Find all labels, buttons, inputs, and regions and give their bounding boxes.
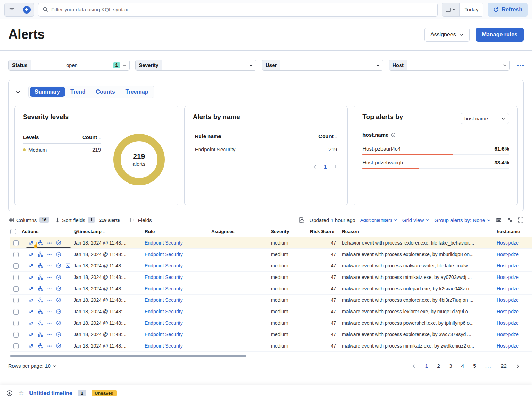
alert-rule-link[interactable]: Endpoint Security: [145, 263, 183, 268]
columns-button[interactable]: Columns 16: [8, 217, 49, 223]
horizontal-scrollbar[interactable]: [10, 355, 246, 357]
more-actions-icon[interactable]: [47, 332, 52, 337]
tab-summary[interactable]: Summary: [30, 87, 65, 97]
more-actions-icon[interactable]: [47, 275, 52, 280]
analyze-event-icon[interactable]: [37, 251, 43, 257]
expand-alert-icon[interactable]: [28, 309, 34, 314]
add-filter-button[interactable]: +: [19, 3, 34, 16]
open-session-view-icon[interactable]: [65, 263, 71, 268]
alert-rule-link[interactable]: Endpoint Security: [145, 240, 183, 246]
endpoint-shield-icon[interactable]: [56, 320, 61, 326]
expand-alert-icon[interactable]: [28, 286, 34, 291]
alert-host-link[interactable]: Host-pdze: [497, 263, 519, 268]
host-filter[interactable]: Host: [389, 60, 510, 71]
expand-alert-icon[interactable]: [28, 275, 34, 280]
filter-menu-button[interactable]: [5, 3, 19, 16]
prev-page-icon[interactable]: [313, 165, 317, 169]
tab-counts[interactable]: Counts: [91, 87, 120, 97]
header-severity[interactable]: Severity: [271, 227, 310, 237]
more-actions-icon[interactable]: [47, 240, 52, 246]
prev-page-icon[interactable]: [412, 364, 416, 368]
expand-alert-icon[interactable]: [28, 332, 34, 337]
row-checkbox[interactable]: [13, 321, 19, 326]
expand-alert-icon[interactable]: [28, 252, 34, 257]
alert-host-link[interactable]: Host-pdze: [497, 297, 519, 303]
alert-host-link[interactable]: Host-pdze: [497, 274, 519, 280]
expand-alert-icon[interactable]: [28, 321, 34, 326]
additional-filters-button[interactable]: Additional filters: [360, 217, 397, 223]
more-actions-icon[interactable]: [47, 263, 52, 268]
alert-rule-link[interactable]: Endpoint Security: [145, 286, 183, 291]
page-1-button[interactable]: 1: [324, 164, 327, 170]
header-timestamp[interactable]: @timestamp ↓: [74, 227, 145, 237]
alert-host-link[interactable]: Host-pdze: [497, 332, 519, 337]
analyze-event-icon[interactable]: [37, 240, 43, 246]
header-rule[interactable]: Rule: [145, 227, 211, 237]
more-filters-button[interactable]: [517, 65, 524, 66]
fields-button[interactable]: Fields: [130, 217, 152, 223]
group-alerts-by-button[interactable]: Group alerts by: None: [434, 217, 491, 223]
page-button[interactable]: 2: [437, 363, 440, 369]
endpoint-shield-icon[interactable]: [56, 332, 61, 337]
next-page-icon[interactable]: [516, 364, 520, 368]
analyze-event-icon[interactable]: [37, 320, 43, 326]
manage-rules-button[interactable]: Manage rules: [476, 28, 524, 42]
display-options-icon[interactable]: [507, 217, 513, 223]
analyze-event-icon[interactable]: [37, 297, 43, 303]
add-timeline-icon[interactable]: [6, 390, 13, 396]
top-alerts-field-select[interactable]: host.name: [461, 113, 509, 124]
expand-alert-icon[interactable]: [28, 298, 34, 303]
row-checkbox[interactable]: [13, 240, 19, 246]
endpoint-shield-icon[interactable]: [56, 343, 61, 349]
assignees-button[interactable]: Assignees: [424, 28, 470, 42]
header-risk-score[interactable]: Risk Score: [310, 227, 342, 237]
endpoint-shield-icon[interactable]: [56, 274, 61, 280]
endpoint-shield-icon[interactable]: [56, 263, 61, 268]
user-filter[interactable]: User: [262, 60, 383, 71]
analyze-event-icon[interactable]: [37, 263, 43, 268]
expand-alert-icon[interactable]: [28, 263, 34, 268]
analyze-event-icon[interactable]: [37, 332, 43, 337]
info-icon[interactable]: [391, 133, 396, 137]
alert-rule-link[interactable]: Endpoint Security: [145, 343, 183, 349]
page-button[interactable]: 4: [461, 363, 464, 369]
endpoint-shield-icon[interactable]: [56, 309, 61, 314]
expand-alert-icon[interactable]: [28, 343, 34, 349]
endpoint-shield-icon[interactable]: [56, 297, 61, 303]
header-host-name[interactable]: host.name: [497, 227, 532, 237]
alert-host-link[interactable]: Host-pdze: [497, 309, 519, 314]
grid-view-button[interactable]: Grid view: [402, 217, 430, 223]
endpoint-shield-icon[interactable]: [56, 286, 61, 291]
row-checkbox[interactable]: [13, 252, 19, 257]
tab-trend[interactable]: Trend: [66, 87, 91, 97]
count-sort-header[interactable]: Count ↓: [82, 134, 101, 140]
alert-rule-link[interactable]: Endpoint Security: [145, 297, 183, 303]
header-reason[interactable]: Reason: [342, 227, 497, 237]
endpoint-shield-icon[interactable]: [56, 240, 61, 246]
more-actions-icon[interactable]: [47, 321, 52, 326]
more-actions-icon[interactable]: [47, 309, 52, 314]
alert-host-link[interactable]: Host-pdze: [497, 251, 519, 257]
endpoint-shield-icon[interactable]: [56, 251, 61, 257]
rows-per-page-button[interactable]: Rows per page: 10: [8, 363, 57, 369]
page-button[interactable]: 22: [501, 363, 507, 369]
inspect-icon[interactable]: [299, 217, 304, 223]
alert-host-link[interactable]: Host-pdze: [497, 320, 519, 326]
expand-alert-icon[interactable]: [28, 240, 34, 246]
analyze-event-icon[interactable]: [37, 343, 43, 349]
analyze-event-icon[interactable]: [37, 286, 43, 291]
page-button[interactable]: 1: [425, 363, 428, 369]
row-checkbox[interactable]: [13, 275, 19, 280]
header-assignees[interactable]: Assignees: [211, 227, 271, 237]
analyze-event-icon[interactable]: [37, 309, 43, 314]
row-checkbox[interactable]: [13, 332, 19, 338]
count-sort-header[interactable]: Count ↓: [318, 133, 337, 139]
fullscreen-icon[interactable]: [518, 217, 524, 223]
page-button[interactable]: 5: [473, 363, 476, 369]
more-actions-icon[interactable]: [47, 343, 52, 349]
more-actions-icon[interactable]: [47, 286, 52, 291]
alert-host-link[interactable]: Host-pdze: [497, 286, 519, 291]
more-actions-icon[interactable]: [47, 298, 52, 303]
alert-rule-link[interactable]: Endpoint Security: [145, 251, 183, 257]
next-page-icon[interactable]: [334, 165, 338, 169]
